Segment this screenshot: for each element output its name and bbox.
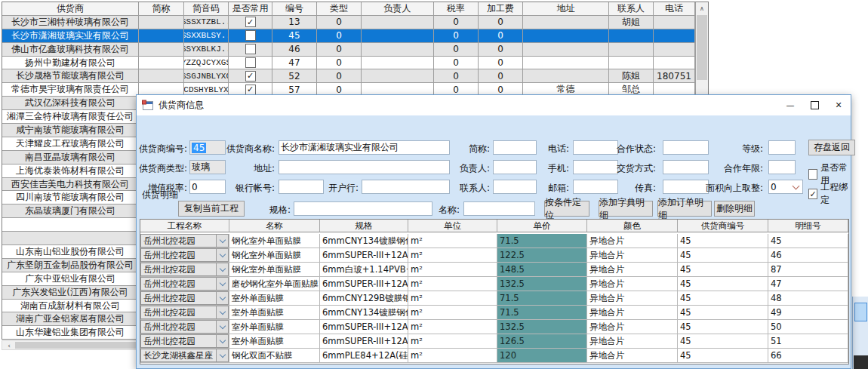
supplier-id-input[interactable]: 45 xyxy=(189,140,226,155)
column-header[interactable]: 电话 xyxy=(654,2,695,16)
project-combo[interactable]: 岳州北控花园 xyxy=(140,234,229,248)
column-header[interactable]: 联系人 xyxy=(609,2,654,16)
supplier-row[interactable]: 长沙市三湘特种玻璃有限公司CSSSXTZBL...✓13000胡姐 xyxy=(2,16,708,29)
detail-row[interactable]: 岳州北控花园磨砂钢化室外单面贴膜6mmSUPER-III+12A(硅...m²1… xyxy=(140,277,848,291)
supplier-name-input[interactable]: 长沙市潇湘玻璃实业有限公司 xyxy=(279,140,450,155)
project-combo[interactable]: 岳州北控花园 xyxy=(140,320,229,334)
detail-column-header[interactable]: 工程名称 xyxy=(140,220,229,232)
supplier-row[interactable]: 佛山市亿鑫玻璃科技有限公司FSSYXBLKJ...46000 xyxy=(2,43,708,57)
detail-row[interactable]: 岳州北控花园室外单面贴膜6mmSUPER-III+12A(硅...m²126.5… xyxy=(140,334,848,349)
delivery-input[interactable] xyxy=(663,160,709,174)
supplier-row[interactable]: 长沙市潇湘玻璃实业有限公司CSSXXBLSY...45000 xyxy=(2,29,708,43)
detail-column-header[interactable]: 名称 xyxy=(229,220,320,232)
save-return-button[interactable]: 存盘返回 xyxy=(808,140,855,155)
scroll-left-icon[interactable]: ‹ xyxy=(4,341,14,349)
address-input[interactable] xyxy=(279,160,450,174)
project-combo[interactable]: 岳州北控花园 xyxy=(140,277,229,291)
project-combo[interactable]: 岳州北控花园 xyxy=(140,306,229,320)
column-header[interactable]: 加工费 xyxy=(479,2,523,16)
combo-dropdown-button[interactable] xyxy=(216,291,229,305)
common-use-checkbox-icon xyxy=(808,169,817,180)
supplier-name-cell: 湖南广亚全铝家居有限公司 xyxy=(2,312,139,326)
combo-dropdown-button[interactable] xyxy=(216,234,229,248)
project-combo[interactable]: 长沙龙湖祺鑫星座 xyxy=(140,349,229,363)
combo-dropdown-button[interactable] xyxy=(216,248,229,262)
maximize-button[interactable] xyxy=(802,95,826,115)
coop-years-input[interactable] xyxy=(768,160,796,174)
row-common-checkbox[interactable]: ✓ xyxy=(245,85,256,95)
column-header[interactable]: 简音码 xyxy=(184,2,229,16)
minimize-button[interactable]: — xyxy=(778,95,802,115)
abbr-input[interactable] xyxy=(493,140,537,155)
column-header[interactable]: 负责人 xyxy=(362,2,434,16)
detail-row[interactable]: 长沙龙湖祺鑫星座钢化双面不贴膜6mmPLE84+12A(硅酮胶...m²120异… xyxy=(140,349,848,363)
name-filter-input[interactable] xyxy=(463,201,535,216)
spec-filter-input[interactable] xyxy=(294,201,432,216)
project-combo[interactable]: 岳州北控花园 xyxy=(140,263,229,277)
delete-detail-button[interactable]: 删除明细 xyxy=(714,201,755,217)
project-combo[interactable]: 岳州北控花园 xyxy=(140,334,229,349)
dialog-titlebar[interactable]: 供货商信息 — ✕ xyxy=(137,95,851,115)
row-common-checkbox[interactable]: ✓ xyxy=(245,17,256,27)
supplier-type-input[interactable]: 玻璃 xyxy=(189,160,226,174)
combo-dropdown-button[interactable] xyxy=(216,334,229,348)
detail-row[interactable]: 岳州北控花园钢化室外单面贴膜6mmSUPER-III+12A(硅...m²122… xyxy=(140,248,848,263)
supplier-row[interactable]: 扬州中勤建材有限公司YZZQJCYXGS47000 xyxy=(2,57,708,70)
detail-column-header[interactable]: 颜色 xyxy=(587,220,678,232)
detail-row[interactable]: 岳州北控花园钢化室外单面贴膜6mmCNY134镀膜钢化m²71.5异地合片454… xyxy=(140,234,848,248)
column-header[interactable]: 编号 xyxy=(272,2,317,16)
supplier-name-cell: 天津耀皮工程玻璃有限公司 xyxy=(2,137,139,151)
bank-input[interactable] xyxy=(362,180,450,194)
column-header[interactable]: 税率 xyxy=(434,2,479,16)
locate-by-condition-button[interactable]: 按条件定位 xyxy=(544,201,589,217)
supplier-cell: CSSSXTZBL... xyxy=(184,16,229,29)
supplier-name-cell: 山东华建铝业集团有限公司 xyxy=(2,326,139,340)
row-common-checkbox[interactable] xyxy=(245,57,256,68)
area-round-combobox[interactable]: 0 xyxy=(768,180,803,194)
contact-input[interactable] xyxy=(493,180,537,194)
vertical-scroll-thumb[interactable] xyxy=(697,15,707,80)
combo-dropdown-button[interactable] xyxy=(216,306,229,319)
add-order-detail-button[interactable]: 添加订单明细 xyxy=(657,201,712,217)
column-header[interactable]: 是否常用 xyxy=(229,2,272,16)
project-combo[interactable]: 岳州北控花园 xyxy=(140,291,229,306)
column-header[interactable]: 简称 xyxy=(139,2,184,16)
add-dictionary-detail-button[interactable]: 添加字典明细 xyxy=(599,201,653,217)
combo-dropdown-button[interactable] xyxy=(216,263,229,276)
detail-column-header[interactable]: 供货商编号 xyxy=(678,220,768,232)
column-header[interactable]: 类型 xyxy=(317,2,362,16)
detail-column-header[interactable]: 规格 xyxy=(320,220,408,232)
detail-column-header[interactable]: 单位 xyxy=(408,220,497,232)
combo-dropdown-button[interactable] xyxy=(216,349,229,362)
row-common-checkbox[interactable]: ✓ xyxy=(245,71,256,81)
project-binding-checkbox[interactable]: ✓ 工程绑定 xyxy=(808,181,851,207)
detail-cell: m² xyxy=(408,277,497,291)
supplier-row[interactable]: 长沙晟格节能玻璃有限公司CSSGJNBLYXGS✓52000陈姐180751 xyxy=(2,69,708,83)
combo-dropdown-button[interactable] xyxy=(216,277,229,291)
row-common-checkbox[interactable] xyxy=(245,44,256,54)
close-button[interactable]: ✕ xyxy=(826,95,851,115)
chevron-down-icon xyxy=(219,294,225,300)
column-header[interactable]: 供货商 xyxy=(2,2,139,16)
manager-input[interactable] xyxy=(493,160,537,174)
detail-row[interactable]: 岳州北控花园室外单面贴膜6mmCNY129B镀膜钢化m²71.5异地合片4548 xyxy=(140,291,848,306)
bank-account-input[interactable] xyxy=(279,180,324,194)
row-common-checkbox[interactable] xyxy=(245,30,256,41)
supplier-cell: ✓ xyxy=(229,69,272,83)
manager-label: 负责人: xyxy=(452,162,490,175)
copy-project-button[interactable]: 复制当前工程 xyxy=(178,201,245,217)
grade-input[interactable] xyxy=(768,140,796,155)
column-header[interactable]: 地址 xyxy=(523,2,609,16)
supplier-cell: 0 xyxy=(434,29,479,43)
detail-row[interactable]: 岳州北控花园钢化室外单面贴膜6mm白玻+1.14PVB+6mm...m²148.… xyxy=(140,263,848,277)
combo-dropdown-button[interactable] xyxy=(216,320,229,334)
vat-input[interactable]: 0 xyxy=(189,180,226,194)
detail-row[interactable]: 岳州北控花园室外单面贴膜6mmSUPER-III+12A(硅...m²132.5… xyxy=(140,320,848,334)
project-combo[interactable]: 岳州北控花园 xyxy=(140,248,229,263)
detail-column-header[interactable]: 明细号 xyxy=(768,220,848,232)
supplier-cell xyxy=(139,43,184,57)
coop-status-input[interactable] xyxy=(663,140,709,155)
detail-column-header[interactable]: 单价 xyxy=(497,220,587,232)
detail-row[interactable]: 岳州北控花园室外单面贴膜6mmCNY134镀膜钢化m²71.5异地合片4549 xyxy=(140,306,848,320)
scroll-up-icon[interactable]: ∧ xyxy=(696,2,708,14)
